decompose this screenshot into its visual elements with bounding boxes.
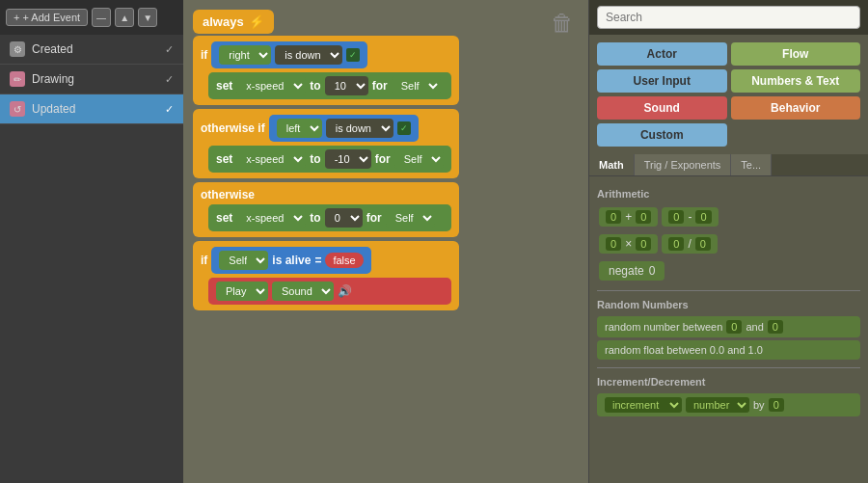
divider2	[597, 367, 860, 368]
otherwise-container: otherwise set x-speed to 0 for Self	[193, 182, 459, 237]
sidebar: + + Add Event — ▲ ▼ ⚙ Created ✓ ✏ Drawin…	[0, 0, 183, 483]
xspeed-dropdown2[interactable]: x-speed	[236, 149, 306, 169]
tab-math[interactable]: Math	[589, 154, 635, 175]
divider1	[597, 290, 860, 291]
otherwise-label: otherwise	[201, 188, 451, 201]
add-event-label: + Add Event	[22, 12, 80, 23]
false-badge: false	[325, 253, 363, 268]
cat-custom-button[interactable]: Custom	[597, 123, 727, 147]
sidebar-item-label: Created	[32, 42, 73, 56]
xspeed-dropdown[interactable]: x-speed	[236, 76, 306, 95]
multiply-block[interactable]: 0 × 0	[599, 234, 658, 254]
is-alive-label: is alive	[272, 254, 311, 267]
arithmetic-row2: 0 × 0 0 / 0	[597, 232, 860, 255]
for-label3: for	[366, 211, 382, 225]
set-xspeed-neg10: set x-speed to -10 for Self	[208, 146, 451, 173]
lightning-icon: ⚡	[249, 14, 264, 29]
increment-block[interactable]: increment decrement number by 0	[597, 393, 860, 416]
subtract-block[interactable]: 0 - 0	[662, 207, 718, 227]
is-down-dropdown[interactable]: is down	[275, 45, 342, 65]
collapse-up-button[interactable]: ▲	[115, 8, 134, 27]
val-neg10-dropdown[interactable]: -10	[325, 149, 371, 169]
increment-title: Increment/Decrement	[597, 376, 860, 388]
check-icon: ✓	[165, 73, 174, 86]
for-label: for	[372, 79, 388, 93]
search-bar	[589, 0, 868, 35]
always-block[interactable]: always ⚡	[193, 10, 274, 34]
left-dropdown[interactable]: left	[277, 119, 322, 138]
xspeed-dropdown3[interactable]: x-speed	[236, 208, 306, 228]
sound-dropdown[interactable]: Sound	[272, 282, 334, 301]
arithmetic-row1: 0 + 0 0 - 0	[597, 205, 860, 228]
to-label: to	[310, 79, 320, 93]
to-label3: to	[310, 211, 320, 225]
sidebar-item-updated[interactable]: ↺ Updated ✓	[0, 94, 183, 124]
check-icon: ✓	[165, 43, 174, 56]
cat-sound-button[interactable]: Sound	[597, 96, 727, 120]
otherwise-if-left-container: otherwise if left is down ✓ set x-speed …	[193, 109, 459, 178]
plus-icon: +	[14, 12, 19, 23]
check-small2: ✓	[397, 121, 411, 135]
tab-text[interactable]: Te...	[731, 154, 772, 175]
for-label2: for	[375, 152, 391, 166]
right-panel: Actor Flow User Input Numbers & Text Sou…	[588, 0, 868, 483]
divide-block[interactable]: 0 / 0	[662, 234, 718, 254]
if-right-row: if right is down ✓	[201, 41, 451, 68]
updated-icon: ↺	[10, 101, 25, 117]
sidebar-top-bar: + + Add Event — ▲ ▼	[0, 0, 183, 35]
main-canvas: 🗑 always ⚡ if right is down ✓	[183, 0, 588, 483]
play-sound-block: Play Sound 🔊	[208, 278, 451, 305]
equals-label: =	[314, 254, 321, 267]
drawing-icon: ✏	[10, 71, 25, 87]
search-input[interactable]	[597, 6, 860, 29]
negate-block[interactable]: negate 0	[599, 261, 665, 281]
add-block[interactable]: 0 + 0	[599, 207, 658, 227]
cat-flow-button[interactable]: Flow	[731, 42, 861, 66]
sidebar-item-label: Drawing	[32, 72, 74, 86]
negate-label: negate	[609, 264, 644, 278]
val0-dropdown[interactable]: 0	[325, 208, 363, 228]
sidebar-item-created[interactable]: ⚙ Created ✓	[0, 35, 183, 65]
play-dropdown[interactable]: Play	[216, 282, 268, 301]
arithmetic-title: Arithmetic	[597, 188, 860, 200]
cat-user-input-button[interactable]: User Input	[597, 69, 727, 93]
cat-actor-button[interactable]: Actor	[597, 42, 727, 66]
check-icon: ✓	[165, 103, 174, 116]
cat-numbers-button[interactable]: Numbers & Text	[731, 69, 861, 93]
val10-dropdown[interactable]: 10	[325, 76, 368, 95]
random-title: Random Numbers	[597, 299, 860, 310]
always-label: always	[203, 14, 244, 29]
condition-right: right is down ✓	[211, 41, 367, 68]
self-dropdown3[interactable]: Self	[386, 208, 435, 228]
otherwise-if-row: otherwise if left is down ✓	[201, 115, 451, 142]
cat-behavior-button[interactable]: Behavior	[731, 96, 861, 120]
set-xspeed-10: set x-speed to 10 for Self	[208, 72, 451, 99]
minimize-button[interactable]: —	[92, 8, 111, 27]
right-dropdown[interactable]: right	[219, 45, 271, 65]
increment-field-dropdown[interactable]: number	[686, 397, 749, 413]
condition-alive: Self is alive = false	[211, 247, 370, 274]
random-float-block[interactable]: random float between 0.0 and 1.0	[597, 340, 860, 360]
created-icon: ⚙	[10, 41, 25, 57]
if-right-container: if right is down ✓ set x-speed to	[193, 36, 459, 105]
if-alive-row: if Self is alive = false	[201, 247, 451, 274]
self-dropdown2[interactable]: Self	[394, 149, 444, 169]
collapse-down-button[interactable]: ▼	[138, 8, 157, 27]
increment-action-dropdown[interactable]: increment decrement	[605, 397, 682, 413]
set-xspeed-0: set x-speed to 0 for Self	[208, 204, 451, 231]
blocks-area: always ⚡ if right is down ✓ set	[193, 10, 459, 314]
trash-icon[interactable]: 🗑	[551, 10, 574, 37]
sidebar-item-label: Updated	[32, 102, 75, 116]
set-label: set	[216, 79, 232, 93]
add-event-button[interactable]: + + Add Event	[6, 9, 88, 26]
category-grid: Actor Flow User Input Numbers & Text Sou…	[589, 35, 868, 154]
is-down-dropdown2[interactable]: is down	[326, 119, 393, 138]
tab-trig[interactable]: Trig / Exponents	[635, 154, 732, 175]
self-dropdown[interactable]: Self	[392, 76, 441, 95]
sidebar-item-drawing[interactable]: ✏ Drawing ✓	[0, 65, 183, 94]
tabs-row: Math Trig / Exponents Te...	[589, 154, 868, 176]
random-number-block[interactable]: random number between 0 and 0	[597, 316, 860, 337]
self-alive-dropdown[interactable]: Self	[219, 251, 268, 270]
if-alive-container: if Self is alive = false Play Sound 🔊	[193, 241, 459, 310]
set-label2: set	[216, 152, 232, 166]
